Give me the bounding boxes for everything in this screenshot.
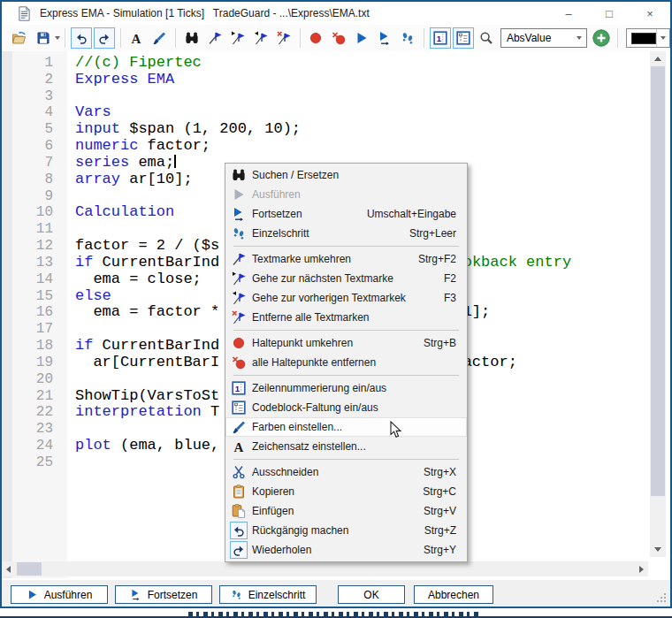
menu-item-farben-einstellen[interactable]: Farben einstellen... [225, 417, 467, 437]
code-line[interactable]: 1//(c) Fipertec [2, 55, 656, 72]
line-numbers-toggle[interactable]: 1 [430, 27, 451, 49]
code-line-text: Vars [67, 104, 111, 121]
window-title: Express EMA - Simulation [1 Ticks] Trade… [40, 7, 370, 19]
chevron-down-icon[interactable] [55, 36, 60, 40]
code-folding-toggle[interactable] [453, 27, 474, 49]
ok-button[interactable]: OK [338, 585, 405, 604]
code-line[interactable]: 5input $span (1, 200, 10); [2, 121, 656, 138]
save-button[interactable] [33, 27, 54, 49]
breakpoint-remove-icon [225, 355, 252, 370]
bookmark-toggle-button[interactable] [204, 27, 225, 49]
code-line-text [67, 88, 84, 105]
menu-item-label: Rückgängig machen [252, 524, 348, 537]
menu-item-fortsetzen[interactable]: FortsetzenUmschalt+Eingabe [225, 204, 467, 224]
menu-item-zeichensatz-einstellen[interactable]: AZeichensatz einstellen... [225, 437, 467, 456]
close-button[interactable]: × [630, 2, 670, 25]
brush-icon [225, 420, 252, 434]
step-button[interactable] [397, 27, 418, 49]
menu-item-label: Codeblock-Faltung ein/aus [252, 401, 378, 414]
breakpoint-toggle-button[interactable] [305, 27, 326, 49]
menu-item-wiederholen[interactable]: WiederholenStrg+Y [225, 540, 467, 560]
svg-text:1: 1 [235, 384, 241, 393]
menu-item-kopieren[interactable]: KopierenStrg+C [225, 482, 467, 501]
redo-button[interactable] [94, 27, 115, 49]
undo-button[interactable] [71, 27, 92, 49]
menu-item-textmarke-umkehren[interactable]: Textmarke umkehrenStrg+F2 [225, 249, 467, 269]
bookmark-remove-all-button[interactable] [273, 27, 294, 49]
code-line[interactable]: 6numeric factor; [2, 138, 656, 155]
abbrechen-button[interactable]: Abbrechen [414, 585, 493, 604]
horizontal-scroll-thumb[interactable] [17, 562, 42, 576]
menu-item-gehe-zur-nächsten-textmarke[interactable]: Gehe zur nächsten TextmarkeF2 [225, 269, 467, 288]
menu-item-shortcut: Strg+C [423, 485, 467, 498]
ausführen-button[interactable]: Ausführen [11, 585, 108, 604]
continue-button[interactable] [374, 27, 395, 49]
scroll-down-arrow-icon[interactable] [654, 547, 661, 552]
scroll-up-arrow-icon[interactable] [654, 57, 661, 61]
binoculars-icon [225, 168, 252, 182]
bookmark-toggle-icon [208, 31, 222, 45]
run-button[interactable] [351, 27, 372, 49]
add-button[interactable] [591, 27, 612, 49]
paste-icon [225, 504, 252, 518]
zoom-button[interactable] [476, 27, 497, 49]
chevron-down-icon[interactable] [572, 36, 586, 40]
font-button[interactable]: A [126, 27, 147, 49]
resize-grip[interactable] [657, 593, 666, 602]
menu-item-entferne-alle-textmarken[interactable]: Entferne alle Textmarken [225, 308, 467, 327]
menu-item-haltepunkt-umkehren[interactable]: Haltepunkt umkehrenStrg+B [225, 333, 467, 353]
code-line-text: if CurrentBarInd [67, 338, 219, 355]
einzelschritt-button[interactable]: Einzelschritt [219, 585, 317, 604]
play-icon [355, 31, 369, 45]
menu-item-label: Gehe zur vorherigen Textmarkek [252, 292, 406, 304]
menu-item-label: Einzelschritt [252, 227, 309, 240]
code-line-text [67, 188, 84, 205]
color-picker[interactable] [626, 28, 670, 48]
breakpoint-remove-all-button[interactable] [328, 27, 349, 49]
menu-separator [233, 459, 459, 460]
bookmark-remove-icon [225, 310, 252, 324]
menu-item-label: Wiederholen [252, 544, 311, 556]
menu-item-alle-haltepunkte-entfernen[interactable]: alle Haltepunkte entfernen [225, 353, 467, 372]
menu-item-ausschneiden[interactable]: AusschneidenStrg+X [225, 462, 467, 482]
menu-item-suchen-ersetzen[interactable]: Suchen / Ersetzen [225, 165, 467, 185]
menu-item-einzelschritt[interactable]: EinzelschrittStrg+Leer [225, 224, 467, 243]
scroll-left-arrow-icon[interactable] [6, 566, 11, 573]
chevron-down-icon[interactable] [656, 29, 669, 47]
menu-item-codeblock-faltung-ein-aus[interactable]: Codeblock-Faltung ein/aus [225, 398, 467, 417]
code-line[interactable]: 4Vars [2, 104, 656, 121]
menu-item-einfügen[interactable]: EinfügenStrg+V [225, 501, 467, 521]
function-combo[interactable]: AbsValue [500, 28, 588, 48]
search-button[interactable] [181, 27, 202, 49]
open-button[interactable] [10, 27, 31, 49]
save-icon [36, 31, 50, 45]
font-icon: A [129, 31, 143, 45]
code-line[interactable]: 2Express EMA [2, 72, 656, 88]
maximize-button[interactable]: □ [589, 2, 630, 25]
minimize-button[interactable]: – [548, 2, 589, 25]
vertical-scroll-thumb[interactable] [651, 66, 665, 496]
menu-item-label: Zeilennummerierung ein/aus [252, 382, 386, 394]
menu-item-zeilennummerierung-ein-aus[interactable]: 1Zeilennummerierung ein/aus [225, 378, 467, 398]
bookmark-prev-icon [254, 31, 268, 45]
scroll-right-arrow-icon[interactable] [639, 566, 644, 573]
colors-button[interactable] [149, 27, 170, 49]
line-numbers-icon: 1 [433, 31, 447, 45]
line-number: 20 [12, 371, 67, 388]
vertical-scrollbar[interactable] [650, 51, 666, 557]
bookmark-next-button[interactable] [227, 27, 248, 49]
menu-item-rückgängig-machen[interactable]: Rückgängig machenStrg+Z [225, 521, 467, 540]
font-icon: A [225, 439, 252, 454]
svg-text:1: 1 [437, 34, 442, 43]
code-line-text: ShowTip(VarsToSt [67, 388, 219, 405]
combo-value: AbsValue [501, 32, 573, 44]
horizontal-scrollbar[interactable] [2, 561, 648, 576]
code-line[interactable]: 3 [2, 88, 656, 105]
fortsetzen-button[interactable]: Fortsetzen [115, 585, 212, 604]
toolbar-separator [617, 28, 618, 48]
bookmark-prev-button[interactable] [250, 27, 271, 49]
continue-icon [378, 31, 392, 45]
menu-separator [233, 246, 459, 247]
menu-item-gehe-zur-vorherigen-textmarkek[interactable]: Gehe zur vorherigen TextmarkekF3 [225, 288, 467, 308]
button-label: Abbrechen [428, 589, 479, 601]
